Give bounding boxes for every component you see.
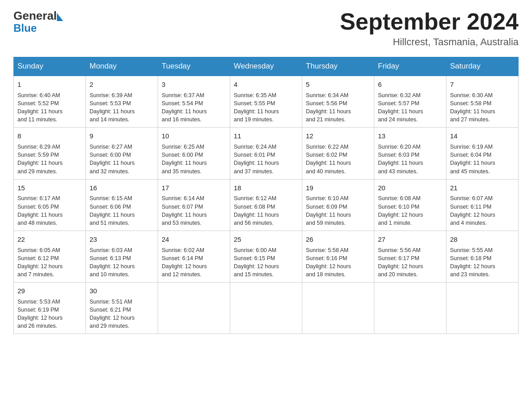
week-row-1: 1Sunrise: 6:40 AMSunset: 5:52 PMDaylight…	[14, 76, 519, 128]
day-info: Sunrise: 6:30 AMSunset: 5:58 PMDaylight:…	[450, 91, 515, 124]
calendar-cell: 10Sunrise: 6:25 AMSunset: 6:00 PMDayligh…	[158, 128, 230, 179]
day-number: 10	[162, 131, 226, 141]
calendar-cell	[374, 283, 446, 334]
weekday-header-thursday: Thursday	[302, 57, 374, 76]
calendar-cell: 11Sunrise: 6:24 AMSunset: 6:01 PMDayligh…	[230, 128, 302, 179]
calendar-cell: 5Sunrise: 6:34 AMSunset: 5:56 PMDaylight…	[302, 76, 374, 128]
weekday-header-sunday: Sunday	[14, 57, 86, 76]
day-info: Sunrise: 6:37 AMSunset: 5:54 PMDaylight:…	[162, 91, 226, 124]
weekday-header-monday: Monday	[86, 57, 158, 76]
day-info: Sunrise: 5:56 AMSunset: 6:17 PMDaylight:…	[378, 246, 442, 279]
day-number: 2	[90, 80, 154, 90]
day-info: Sunrise: 6:22 AMSunset: 6:02 PMDaylight:…	[306, 143, 370, 176]
day-number: 25	[234, 235, 298, 244]
calendar-cell: 21Sunrise: 6:07 AMSunset: 6:11 PMDayligh…	[446, 179, 519, 231]
calendar-cell: 29Sunrise: 5:53 AMSunset: 6:19 PMDayligh…	[14, 283, 86, 334]
week-row-2: 8Sunrise: 6:29 AMSunset: 5:59 PMDaylight…	[14, 128, 519, 179]
logo-arrow-icon	[57, 13, 63, 21]
page-header: General Blue September 2024 Hillcrest, T…	[13, 9, 519, 48]
calendar-cell	[230, 283, 302, 334]
day-info: Sunrise: 6:27 AMSunset: 6:00 PMDaylight:…	[90, 143, 154, 176]
title-block: September 2024 Hillcrest, Tasmania, Aust…	[340, 9, 519, 48]
day-info: Sunrise: 5:58 AMSunset: 6:16 PMDaylight:…	[306, 246, 370, 279]
week-row-3: 15Sunrise: 6:17 AMSunset: 6:05 PMDayligh…	[14, 179, 519, 231]
calendar-cell: 12Sunrise: 6:22 AMSunset: 6:02 PMDayligh…	[302, 128, 374, 179]
day-number: 4	[234, 80, 298, 90]
calendar-cell: 20Sunrise: 6:08 AMSunset: 6:10 PMDayligh…	[374, 179, 446, 231]
day-info: Sunrise: 6:00 AMSunset: 6:15 PMDaylight:…	[234, 246, 298, 279]
day-number: 7	[450, 80, 515, 90]
day-info: Sunrise: 6:24 AMSunset: 6:01 PMDaylight:…	[234, 143, 298, 176]
calendar-cell: 15Sunrise: 6:17 AMSunset: 6:05 PMDayligh…	[14, 179, 86, 231]
calendar-cell: 13Sunrise: 6:20 AMSunset: 6:03 PMDayligh…	[374, 128, 446, 179]
day-info: Sunrise: 6:10 AMSunset: 6:09 PMDaylight:…	[306, 194, 370, 227]
day-info: Sunrise: 6:08 AMSunset: 6:10 PMDaylight:…	[378, 194, 442, 227]
day-number: 14	[450, 131, 515, 141]
day-number: 16	[90, 183, 154, 193]
day-number: 27	[378, 235, 442, 244]
calendar-cell: 8Sunrise: 6:29 AMSunset: 5:59 PMDaylight…	[14, 128, 86, 179]
calendar-cell: 22Sunrise: 6:05 AMSunset: 6:12 PMDayligh…	[14, 231, 86, 282]
day-number: 1	[17, 80, 82, 90]
calendar-cell: 6Sunrise: 6:32 AMSunset: 5:57 PMDaylight…	[374, 76, 446, 128]
day-number: 8	[17, 131, 82, 141]
day-info: Sunrise: 5:53 AMSunset: 6:19 PMDaylight:…	[17, 298, 82, 330]
day-number: 12	[306, 131, 370, 141]
day-info: Sunrise: 6:03 AMSunset: 6:13 PMDaylight:…	[90, 246, 154, 279]
day-number: 22	[17, 235, 82, 244]
weekday-header-row: SundayMondayTuesdayWednesdayThursdayFrid…	[14, 57, 519, 76]
day-number: 13	[378, 131, 442, 141]
day-info: Sunrise: 6:20 AMSunset: 6:03 PMDaylight:…	[378, 143, 442, 176]
day-info: Sunrise: 6:12 AMSunset: 6:08 PMDaylight:…	[234, 194, 298, 227]
day-number: 3	[162, 80, 226, 90]
calendar-cell	[158, 283, 230, 334]
day-number: 9	[90, 131, 154, 141]
day-info: Sunrise: 6:34 AMSunset: 5:56 PMDaylight:…	[306, 91, 370, 124]
day-number: 11	[234, 131, 298, 141]
weekday-header-wednesday: Wednesday	[230, 57, 302, 76]
day-info: Sunrise: 6:15 AMSunset: 6:06 PMDaylight:…	[90, 194, 154, 227]
day-number: 28	[450, 235, 515, 244]
day-info: Sunrise: 6:17 AMSunset: 6:05 PMDaylight:…	[17, 194, 82, 227]
day-number: 23	[90, 235, 154, 244]
day-number: 6	[378, 80, 442, 90]
day-info: Sunrise: 6:39 AMSunset: 5:53 PMDaylight:…	[90, 91, 154, 124]
calendar-cell: 7Sunrise: 6:30 AMSunset: 5:58 PMDaylight…	[446, 76, 519, 128]
day-info: Sunrise: 5:51 AMSunset: 6:21 PMDaylight:…	[90, 298, 154, 330]
calendar-cell: 14Sunrise: 6:19 AMSunset: 6:04 PMDayligh…	[446, 128, 519, 179]
day-number: 26	[306, 235, 370, 244]
calendar-cell: 1Sunrise: 6:40 AMSunset: 5:52 PMDaylight…	[14, 76, 86, 128]
day-info: Sunrise: 6:19 AMSunset: 6:04 PMDaylight:…	[450, 143, 515, 176]
day-info: Sunrise: 5:55 AMSunset: 6:18 PMDaylight:…	[450, 246, 515, 279]
calendar-cell: 18Sunrise: 6:12 AMSunset: 6:08 PMDayligh…	[230, 179, 302, 231]
day-info: Sunrise: 6:35 AMSunset: 5:55 PMDaylight:…	[234, 91, 298, 124]
calendar-cell: 23Sunrise: 6:03 AMSunset: 6:13 PMDayligh…	[86, 231, 158, 282]
calendar-cell	[446, 283, 519, 334]
calendar-cell: 30Sunrise: 5:51 AMSunset: 6:21 PMDayligh…	[86, 283, 158, 334]
calendar-cell: 16Sunrise: 6:15 AMSunset: 6:06 PMDayligh…	[86, 179, 158, 231]
day-info: Sunrise: 6:29 AMSunset: 5:59 PMDaylight:…	[17, 143, 82, 176]
week-row-4: 22Sunrise: 6:05 AMSunset: 6:12 PMDayligh…	[14, 231, 519, 282]
day-number: 24	[162, 235, 226, 244]
calendar-cell: 25Sunrise: 6:00 AMSunset: 6:15 PMDayligh…	[230, 231, 302, 282]
calendar-cell: 28Sunrise: 5:55 AMSunset: 6:18 PMDayligh…	[446, 231, 519, 282]
day-number: 21	[450, 183, 515, 193]
calendar-cell: 24Sunrise: 6:02 AMSunset: 6:14 PMDayligh…	[158, 231, 230, 282]
calendar-cell: 26Sunrise: 5:58 AMSunset: 6:16 PMDayligh…	[302, 231, 374, 282]
day-info: Sunrise: 6:25 AMSunset: 6:00 PMDaylight:…	[162, 143, 226, 176]
calendar-cell: 4Sunrise: 6:35 AMSunset: 5:55 PMDaylight…	[230, 76, 302, 128]
day-info: Sunrise: 6:32 AMSunset: 5:57 PMDaylight:…	[378, 91, 442, 124]
logo-blue-text: Blue	[13, 22, 37, 34]
calendar-cell: 9Sunrise: 6:27 AMSunset: 6:00 PMDaylight…	[86, 128, 158, 179]
calendar-cell: 3Sunrise: 6:37 AMSunset: 5:54 PMDaylight…	[158, 76, 230, 128]
logo-general-text: General	[13, 9, 57, 23]
day-number: 17	[162, 183, 226, 193]
month-title: September 2024	[340, 9, 519, 34]
calendar-cell: 2Sunrise: 6:39 AMSunset: 5:53 PMDaylight…	[86, 76, 158, 128]
day-number: 29	[17, 286, 82, 296]
calendar-table: SundayMondayTuesdayWednesdayThursdayFrid…	[13, 57, 519, 334]
calendar-cell: 27Sunrise: 5:56 AMSunset: 6:17 PMDayligh…	[374, 231, 446, 282]
day-number: 18	[234, 183, 298, 193]
day-info: Sunrise: 6:40 AMSunset: 5:52 PMDaylight:…	[17, 91, 82, 124]
weekday-header-friday: Friday	[374, 57, 446, 76]
